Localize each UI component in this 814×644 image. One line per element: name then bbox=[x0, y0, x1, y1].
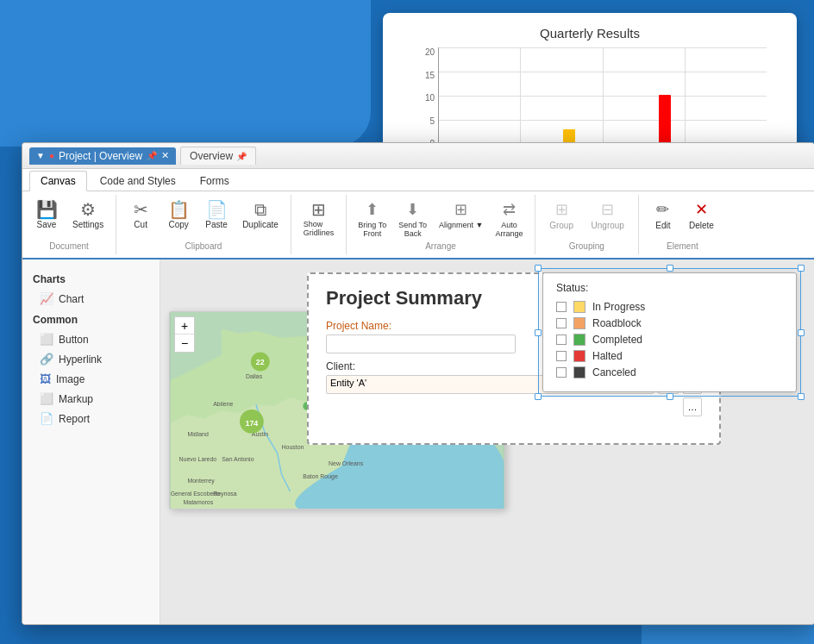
overview-tab-label: Overview bbox=[190, 150, 233, 162]
button-icon: ⬜ bbox=[40, 333, 53, 346]
status-label-completed: Completed bbox=[592, 334, 642, 346]
toolbar-grouping-group: ⊞ Group ⊟ Ungroup Grouping bbox=[535, 195, 639, 254]
bring-front-label: Bring ToFront bbox=[358, 221, 386, 238]
map-zoom-controls: + − bbox=[174, 316, 195, 353]
status-checkbox-roadblock[interactable] bbox=[556, 318, 567, 328]
send-back-icon: ⬇ bbox=[406, 200, 419, 219]
toolbar-arrange-group: ⬆ Bring ToFront ⬇ Send ToBack ⊞ Alignmen… bbox=[347, 195, 535, 254]
duplicate-button[interactable]: ⧉ Duplicate bbox=[237, 198, 284, 232]
toolbar: 💾 Save ⚙ Settings Document ✂ Cut 📋 Cop bbox=[22, 191, 814, 259]
svg-text:Houston: Houston bbox=[282, 444, 304, 450]
tab-code-and-styles[interactable]: Code and Styles bbox=[89, 171, 187, 191]
handle-middle-left[interactable] bbox=[535, 329, 542, 336]
sidebar-item-hyperlink[interactable]: 🔗 Hyperlink bbox=[22, 349, 160, 369]
paste-icon: 📄 bbox=[206, 201, 228, 218]
edit-button[interactable]: ✏ Edit bbox=[646, 198, 680, 232]
document-group-label: Document bbox=[29, 240, 109, 251]
tab-forms[interactable]: Forms bbox=[189, 171, 241, 191]
ungroup-button: ⊟ Ungroup bbox=[585, 198, 631, 232]
status-option-roadblock: Roadblock bbox=[556, 317, 783, 329]
save-label: Save bbox=[37, 220, 57, 229]
save-button[interactable]: 💾 Save bbox=[29, 198, 64, 232]
toolbar-element-group: ✏ Edit ✕ Delete Element bbox=[639, 195, 726, 254]
cut-label: Cut bbox=[134, 220, 147, 229]
handle-bottom-left[interactable] bbox=[535, 393, 542, 400]
svg-text:22: 22 bbox=[256, 358, 265, 366]
status-color-roadblock bbox=[573, 317, 585, 329]
sidebar-item-image[interactable]: 🖼 Image bbox=[22, 369, 160, 389]
image-icon: 🖼 bbox=[40, 372, 51, 385]
status-option-in-progress: In Progress bbox=[556, 301, 783, 313]
handle-top-center[interactable] bbox=[667, 265, 673, 272]
svg-text:Reynosa: Reynosa bbox=[213, 491, 236, 497]
status-label-canceled: Canceled bbox=[592, 366, 636, 378]
sidebar-item-report[interactable]: 📄 Report bbox=[22, 409, 160, 428]
duplicate-icon: ⧉ bbox=[254, 201, 266, 218]
svg-text:Baton Rouge: Baton Rouge bbox=[303, 473, 338, 480]
svg-text:Dallas: Dallas bbox=[246, 373, 263, 379]
handle-top-right[interactable] bbox=[798, 265, 805, 272]
grid-icon: ⊞ bbox=[311, 201, 326, 218]
ribbon-tabs: Canvas Code and Styles Forms bbox=[22, 169, 814, 191]
toolbar-document-group: 💾 Save ⚙ Settings Document bbox=[22, 195, 116, 254]
status-checkbox-halted[interactable] bbox=[556, 351, 567, 361]
tab-canvas[interactable]: Canvas bbox=[29, 171, 87, 191]
handle-middle-right[interactable] bbox=[798, 329, 805, 336]
handle-bottom-center[interactable] bbox=[667, 393, 673, 400]
save-icon: 💾 bbox=[36, 201, 58, 218]
sidebar-item-button[interactable]: ⬜ Button bbox=[22, 329, 160, 349]
handle-bottom-right[interactable] bbox=[798, 393, 805, 400]
charts-section-header: Charts bbox=[22, 268, 160, 289]
status-checkbox-completed[interactable] bbox=[556, 335, 567, 345]
hyperlink-icon: 🔗 bbox=[40, 353, 53, 366]
bg-shape-top-left bbox=[0, 0, 371, 147]
arrange-group-label: Arrange bbox=[354, 240, 527, 251]
cut-button[interactable]: ✂ Cut bbox=[123, 198, 158, 232]
status-label-halted: Halted bbox=[592, 350, 623, 362]
window-tab-dropdown-icon[interactable]: ▼ bbox=[36, 151, 45, 160]
status-checkbox-in-progress[interactable] bbox=[556, 302, 567, 312]
chart-icon: 📈 bbox=[40, 292, 53, 305]
status-panel-label: Status: bbox=[556, 282, 783, 294]
bring-front-button[interactable]: ⬆ Bring ToFront bbox=[354, 198, 391, 240]
alignment-button[interactable]: ⊞ Alignment ▼ bbox=[435, 198, 487, 240]
toolbar-clipboard-group: ✂ Cut 📋 Copy 📄 Paste ⧉ Duplicate Clipboa… bbox=[116, 195, 291, 254]
title-bar: ▼ ● Project | Overview 📌 ✕ Overview 📌 bbox=[22, 143, 814, 169]
auto-arrange-button[interactable]: ⇄ AutoArrange bbox=[492, 198, 528, 240]
copy-button[interactable]: 📋 Copy bbox=[161, 198, 196, 232]
form-more-button[interactable]: … bbox=[683, 397, 702, 416]
status-checkbox-canceled[interactable] bbox=[556, 367, 567, 378]
paste-button[interactable]: 📄 Paste bbox=[199, 198, 234, 232]
settings-button[interactable]: ⚙ Settings bbox=[67, 198, 109, 232]
sidebar-item-markup[interactable]: ⬜ Markup bbox=[22, 389, 160, 409]
send-back-label: Send ToBack bbox=[398, 221, 427, 238]
map-zoom-out-button[interactable]: − bbox=[175, 335, 194, 352]
project-name-input[interactable] bbox=[326, 335, 516, 353]
send-back-button[interactable]: ⬇ Send ToBack bbox=[394, 198, 431, 240]
status-color-in-progress bbox=[573, 301, 585, 313]
delete-button[interactable]: ✕ Delete bbox=[684, 198, 719, 232]
svg-text:Abilene: Abilene bbox=[213, 401, 233, 407]
window-status-dot: ● bbox=[49, 151, 54, 160]
copy-label: Copy bbox=[168, 220, 188, 229]
active-window-tab[interactable]: ▼ ● Project | Overview 📌 ✕ bbox=[29, 147, 176, 165]
grouping-group-label: Grouping bbox=[542, 240, 631, 251]
element-group-label: Element bbox=[646, 240, 719, 251]
handle-top-left[interactable] bbox=[535, 265, 542, 272]
auto-arrange-icon: ⇄ bbox=[503, 200, 516, 219]
markup-icon: ⬜ bbox=[40, 392, 53, 405]
group-icon: ⊞ bbox=[555, 200, 568, 219]
close-icon[interactable]: ✕ bbox=[161, 150, 169, 161]
status-color-halted bbox=[573, 350, 585, 362]
pin-icon: 📌 bbox=[147, 151, 157, 160]
bring-front-icon: ⬆ bbox=[366, 200, 379, 219]
settings-icon: ⚙ bbox=[80, 201, 96, 218]
duplicate-label: Duplicate bbox=[242, 220, 279, 229]
map-zoom-in-button[interactable]: + bbox=[175, 317, 194, 335]
inactive-tab[interactable]: Overview 📌 bbox=[180, 147, 256, 165]
cut-icon: ✂ bbox=[134, 201, 148, 218]
sidebar-item-chart[interactable]: 📈 Chart bbox=[22, 289, 160, 309]
alignment-icon: ⊞ bbox=[454, 200, 467, 219]
svg-text:174: 174 bbox=[245, 419, 258, 428]
show-gridlines-button[interactable]: ⊞ Show Gridlines bbox=[298, 198, 340, 240]
